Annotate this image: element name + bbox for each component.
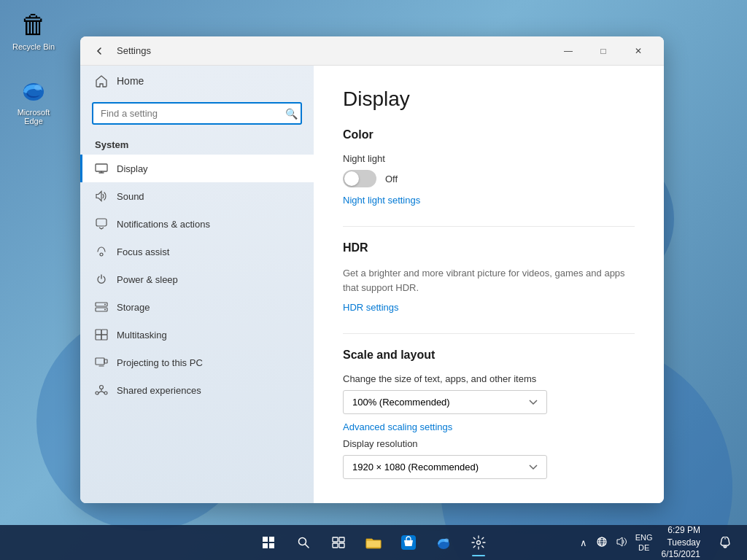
night-light-state: Off bbox=[385, 174, 398, 184]
sidebar-item-focus[interactable]: Focus assist bbox=[80, 238, 314, 265]
scale-dropdown-wrapper: 100% (Recommended) 125% 150% 175% bbox=[343, 390, 547, 421]
hdr-section: HDR Get a brighter and more vibrant pict… bbox=[343, 241, 635, 313]
projecting-icon bbox=[95, 356, 108, 369]
shared-icon bbox=[95, 384, 108, 397]
change-size-label: Change the size of text, apps, and other… bbox=[343, 373, 635, 384]
edge-taskbar-button[interactable] bbox=[427, 526, 460, 559]
page-title: Display bbox=[343, 88, 635, 111]
night-light-toggle[interactable] bbox=[343, 170, 376, 187]
edge-label: Microsoft Edge bbox=[10, 108, 57, 125]
recycle-bin-label: Recycle Bin bbox=[12, 42, 55, 51]
time-display: 6:29 PM bbox=[662, 524, 700, 537]
color-section: Color Night light Off Night light settin… bbox=[343, 128, 635, 206]
focus-label: Focus assist bbox=[117, 246, 169, 257]
start-button[interactable] bbox=[252, 526, 285, 559]
display-resolution-label: Display resolution bbox=[343, 438, 635, 449]
language-indicator[interactable]: ENG DE bbox=[635, 532, 653, 553]
sidebar-item-notifications[interactable]: Notifications & actions bbox=[80, 210, 314, 238]
search-container: 🔍 bbox=[80, 96, 314, 131]
divider-1 bbox=[343, 226, 635, 227]
minimize-button[interactable]: — bbox=[551, 39, 585, 63]
svg-rect-27 bbox=[366, 540, 381, 548]
svg-rect-26 bbox=[339, 543, 344, 548]
sound-icon bbox=[95, 190, 108, 203]
notifications-label: Notifications & actions bbox=[117, 219, 210, 230]
svg-rect-19 bbox=[269, 537, 274, 542]
svg-point-31 bbox=[477, 541, 481, 545]
recycle-bin-icon: 🗑 bbox=[19, 10, 48, 39]
storage-label: Storage bbox=[117, 302, 150, 313]
back-button[interactable] bbox=[89, 41, 109, 61]
night-light-toggle-row: Off bbox=[343, 170, 635, 187]
taskbar-center bbox=[252, 526, 495, 559]
home-button[interactable]: Home bbox=[80, 66, 314, 96]
resolution-dropdown[interactable]: 1920 × 1080 (Recommended) 1600 × 900 128… bbox=[343, 455, 547, 479]
home-label: Home bbox=[117, 75, 144, 87]
lang-line2: DE bbox=[635, 542, 653, 553]
edge-icon-img bbox=[19, 76, 48, 105]
store-button[interactable] bbox=[392, 526, 425, 559]
notification-button[interactable] bbox=[709, 526, 741, 559]
svg-rect-9 bbox=[96, 330, 101, 335]
window-title: Settings bbox=[117, 45, 151, 56]
tray-expand-icon[interactable]: ∧ bbox=[577, 536, 590, 550]
window-body: Home 🔍 System bbox=[80, 66, 664, 503]
svg-point-16 bbox=[96, 392, 98, 394]
svg-rect-11 bbox=[96, 335, 101, 340]
settings-taskbar-button[interactable] bbox=[462, 526, 495, 559]
home-icon bbox=[95, 74, 108, 88]
svg-point-1 bbox=[34, 85, 42, 90]
display-icon bbox=[95, 162, 108, 175]
main-content: Display Color Night light Off Night ligh… bbox=[314, 66, 664, 503]
sidebar-item-sound[interactable]: Sound bbox=[80, 182, 314, 210]
lang-line1: ENG bbox=[635, 532, 653, 542]
svg-rect-10 bbox=[101, 330, 107, 335]
svg-rect-25 bbox=[333, 543, 338, 548]
sidebar-item-shared[interactable]: Shared experiences bbox=[80, 376, 314, 404]
svg-point-30 bbox=[444, 539, 449, 542]
title-bar: Settings — □ ✕ bbox=[80, 36, 664, 66]
svg-rect-23 bbox=[333, 537, 338, 542]
desktop: 🗑 Recycle Bin Microsoft Edge Setting bbox=[0, 0, 747, 560]
sidebar-item-projecting[interactable]: Projecting to this PC bbox=[80, 349, 314, 376]
hdr-settings-link[interactable]: HDR settings bbox=[343, 302, 635, 313]
sidebar-section-label: System bbox=[80, 131, 314, 155]
close-button[interactable]: ✕ bbox=[622, 39, 655, 63]
file-explorer-button[interactable] bbox=[357, 526, 390, 559]
svg-rect-20 bbox=[263, 543, 268, 548]
clock[interactable]: 6:29 PM Tuesday 6/15/2021 bbox=[657, 523, 705, 560]
sidebar-item-storage[interactable]: Storage bbox=[80, 293, 314, 321]
power-label: Power & sleep bbox=[117, 274, 178, 285]
advanced-scaling-link[interactable]: Advanced scaling settings bbox=[343, 421, 635, 432]
hdr-section-title: HDR bbox=[343, 241, 635, 254]
svg-point-4 bbox=[100, 253, 103, 256]
svg-rect-13 bbox=[96, 358, 104, 365]
search-input[interactable] bbox=[92, 102, 302, 125]
svg-rect-18 bbox=[263, 537, 268, 542]
date-line1: Tuesday bbox=[662, 537, 700, 549]
resolution-dropdown-wrapper: 1920 × 1080 (Recommended) 1600 × 900 128… bbox=[343, 455, 547, 486]
desktop-icon-recycle[interactable]: 🗑 Recycle Bin bbox=[7, 7, 60, 54]
volume-icon[interactable] bbox=[614, 535, 631, 551]
sidebar-item-display[interactable]: Display bbox=[80, 155, 314, 182]
sidebar-item-multitasking[interactable]: Multitasking bbox=[80, 321, 314, 349]
divider-2 bbox=[343, 333, 635, 334]
sidebar-item-power[interactable]: Power & sleep bbox=[80, 265, 314, 293]
scale-dropdown[interactable]: 100% (Recommended) 125% 150% 175% bbox=[343, 390, 547, 414]
multitasking-icon bbox=[95, 328, 108, 341]
focus-icon bbox=[95, 245, 108, 258]
maximize-button[interactable]: □ bbox=[587, 39, 620, 63]
task-view-button[interactable] bbox=[322, 526, 355, 559]
taskbar-right: ∧ ENG DE bbox=[577, 523, 741, 560]
svg-rect-3 bbox=[96, 219, 107, 226]
settings-window: Settings — □ ✕ Home bbox=[80, 36, 664, 503]
svg-rect-14 bbox=[104, 359, 107, 363]
night-light-settings-link[interactable]: Night light settings bbox=[343, 195, 635, 206]
svg-rect-2 bbox=[96, 164, 107, 171]
globe-icon[interactable] bbox=[593, 534, 611, 551]
search-taskbar-button[interactable] bbox=[287, 526, 320, 559]
hdr-description: Get a brighter and more vibrant picture … bbox=[343, 266, 635, 295]
desktop-icon-edge[interactable]: Microsoft Edge bbox=[7, 73, 60, 128]
svg-rect-21 bbox=[269, 543, 274, 548]
search-button[interactable]: 🔍 bbox=[285, 108, 298, 120]
